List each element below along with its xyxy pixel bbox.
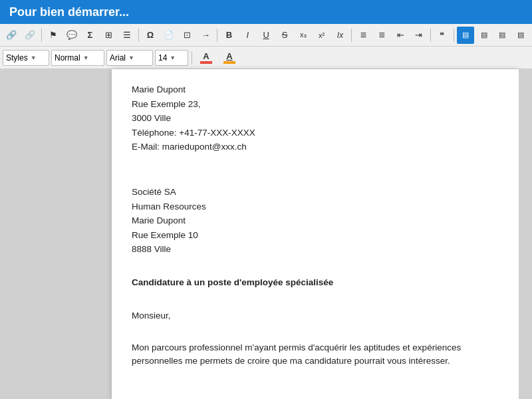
- comment-icon[interactable]: 💬: [63, 27, 80, 44]
- title-bar: Pour bien démarrer...: [0, 0, 532, 24]
- document-body[interactable]: Marie Dupont Rue Exemple 23, 3000 Ville …: [112, 69, 519, 399]
- align-right-icon[interactable]: ▤: [493, 27, 511, 44]
- justify-icon[interactable]: ▤: [512, 27, 529, 44]
- sender-phone: Téléphone: +41-77-XXX-XXXX: [132, 126, 499, 140]
- sum-icon[interactable]: Σ: [81, 27, 98, 44]
- size-label: 14: [158, 53, 167, 63]
- sender-name: Marie Dupont: [132, 82, 499, 97]
- separator2: [138, 29, 139, 42]
- underline-icon[interactable]: U: [257, 27, 275, 44]
- separator3: [217, 29, 217, 42]
- size-arrow-icon: ▼: [170, 55, 176, 61]
- toolbar2: Styles ▼ Normal ▼ Arial ▼ 14 ▼ A A: [0, 47, 532, 69]
- highlight-color-bar: [223, 61, 235, 64]
- italic2-icon[interactable]: Ix: [332, 27, 349, 44]
- table-icon[interactable]: ⊞: [100, 27, 117, 44]
- separator4: [351, 29, 352, 42]
- font-label: Arial: [110, 53, 126, 63]
- separator5: [430, 29, 431, 42]
- gap4: [132, 290, 499, 309]
- recipient-street: Rue Exemple 10: [132, 228, 499, 243]
- gap3: [132, 257, 499, 275]
- main-area: Marie Dupont Rue Exemple 23, 3000 Ville …: [0, 69, 532, 399]
- superscript-icon[interactable]: x²: [313, 27, 331, 44]
- styles-dropdown[interactable]: Styles ▼: [3, 50, 49, 66]
- normal-arrow-icon: ▼: [83, 55, 89, 61]
- font-arrow-icon: ▼: [128, 55, 134, 61]
- recipient-company: Société SA: [132, 185, 499, 200]
- toolbar1: 🔗 🔗 ⚑ 💬 Σ ⊞ ☰ Ω 📄 ⊡ → B I U S x₂ x² Ix ≡…: [0, 24, 532, 47]
- gap2: [132, 173, 499, 185]
- separator1: [41, 29, 42, 42]
- subject-line: Candidature à un poste d'employée spécia…: [132, 275, 499, 290]
- styles-label: Styles: [6, 53, 28, 63]
- styles-arrow-icon: ▼: [31, 55, 37, 61]
- arrow-icon[interactable]: →: [198, 27, 215, 44]
- recipient-city: 8888 Ville: [132, 242, 499, 257]
- sender-city: 3000 Ville: [132, 111, 499, 126]
- highlight-color-button[interactable]: A: [219, 49, 240, 66]
- normal-label: Normal: [55, 53, 80, 63]
- title-text: Pour bien démarrer...: [9, 5, 129, 19]
- left-margin: [0, 69, 112, 399]
- bold-icon[interactable]: B: [220, 27, 237, 44]
- normal-dropdown[interactable]: Normal ▼: [51, 50, 104, 66]
- link-icon[interactable]: 🔗: [3, 27, 20, 44]
- gap5: [132, 323, 499, 341]
- flag-icon[interactable]: ⚑: [45, 27, 62, 44]
- font-color-letter: A: [203, 52, 209, 61]
- special2-icon[interactable]: ⊡: [179, 27, 196, 44]
- right-margin: [519, 69, 532, 399]
- unlink-icon[interactable]: 🔗: [21, 27, 39, 44]
- increase-indent-icon[interactable]: ⇥: [410, 27, 428, 44]
- size-dropdown[interactable]: 14 ▼: [155, 50, 188, 66]
- ordered-list-icon[interactable]: ≡: [354, 27, 372, 44]
- recipient-department: Human Resources: [132, 200, 499, 214]
- sender-email: E-Mail: mariedupont@xxx.ch: [132, 140, 499, 154]
- document-icon[interactable]: 📄: [160, 27, 178, 44]
- highlight-color-letter: A: [226, 52, 232, 61]
- unordered-list-icon[interactable]: ≡: [373, 27, 390, 44]
- font-color-button[interactable]: A: [196, 49, 217, 66]
- gap1: [132, 154, 499, 173]
- quote-icon[interactable]: ❝: [434, 27, 451, 44]
- list-icon[interactable]: ☰: [118, 27, 136, 44]
- subscript-icon[interactable]: x₂: [295, 27, 312, 44]
- strikethrough-icon[interactable]: S: [276, 27, 293, 44]
- separator6: [454, 29, 454, 42]
- sender-street: Rue Exemple 23,: [132, 97, 499, 112]
- align-center-icon[interactable]: ▤: [475, 27, 493, 44]
- font-color-bar: [200, 61, 212, 64]
- salutation-line: Monsieur,: [132, 309, 499, 323]
- italic-icon[interactable]: I: [239, 27, 256, 44]
- decrease-indent-icon[interactable]: ⇤: [392, 27, 409, 44]
- font-dropdown[interactable]: Arial ▼: [106, 50, 153, 66]
- align-left-icon[interactable]: ▤: [457, 27, 474, 44]
- body-text: Mon parcours professionnel m'ayant permi…: [132, 341, 499, 368]
- recipient-contact: Marie Dupont: [132, 213, 499, 228]
- special-char-icon[interactable]: Ω: [142, 27, 159, 44]
- separator7: [192, 51, 192, 65]
